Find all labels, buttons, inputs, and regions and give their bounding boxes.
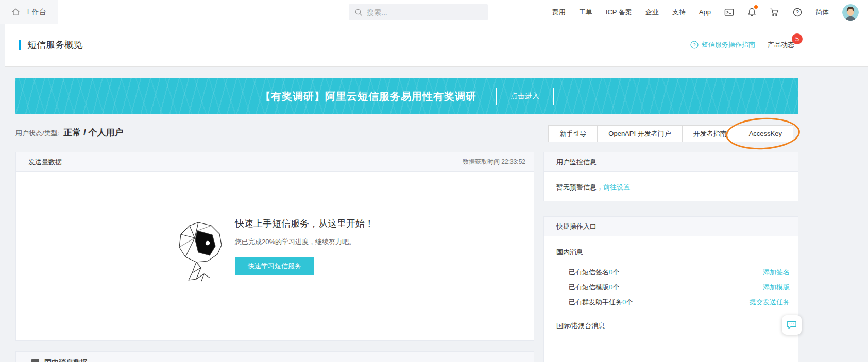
add-template-link[interactable]: 添加模版 <box>763 283 790 292</box>
sms-guide-link[interactable]: ? 短信服务操作指南 <box>690 40 755 49</box>
news-count-badge: 5 <box>792 33 803 44</box>
quick-actions-body: 国内消息 已有短信签名0个 添加签名 已有短信模版0个 添加模版 已有群发助手任… <box>544 236 798 331</box>
feedback-chat-button[interactable] <box>782 315 802 335</box>
user-avatar[interactable] <box>842 4 859 21</box>
go-to-settings-link[interactable]: 前往设置 <box>603 183 630 191</box>
accesskey-button[interactable]: AccessKey <box>738 125 793 142</box>
search-input[interactable] <box>367 8 475 16</box>
top-navigation-bar: 工作台 费用 工单 ICP 备案 企业 支持 App <box>0 0 868 24</box>
signature-count-text: 已有短信签名0个 <box>569 268 619 277</box>
banner-text: 【有奖调研】阿里云短信服务易用性有奖调研 <box>260 90 476 104</box>
domestic-data-card-header: 国内消息数据 <box>16 352 534 362</box>
svg-text:?: ? <box>796 9 799 15</box>
no-alert-text: 暂无预警信息， <box>556 183 603 191</box>
banner-enter-button[interactable]: 点击进入 <box>496 88 554 105</box>
signature-label: 已有短信签名 <box>569 268 609 276</box>
home-icon <box>11 8 20 16</box>
beginner-guide-button[interactable]: 新手引导 <box>548 125 598 142</box>
domestic-message-section-title: 国内消息 <box>556 248 790 257</box>
openapi-portal-button[interactable]: OpenAPI 开发者门户 <box>597 125 682 142</box>
onboarding-headline: 快速上手短信服务，从这里开始！ <box>235 217 374 230</box>
menu-item-tickets[interactable]: 工单 <box>579 8 592 17</box>
user-status-label: 用户状态/类型: <box>15 129 59 138</box>
quick-buttons-group: 新手引导 OpenAPI 开发者门户 开发者指南 AccessKey <box>549 125 793 142</box>
submit-send-task-link[interactable]: 提交发送任务 <box>750 298 790 307</box>
developer-guide-button[interactable]: 开发者指南 <box>682 125 738 142</box>
intl-message-section-title: 国际/港澳台消息 <box>556 321 790 331</box>
notification-dot <box>754 5 758 9</box>
top-menu: 费用 工单 ICP 备案 企业 支持 App <box>552 0 859 24</box>
learn-sms-button[interactable]: 快速学习短信服务 <box>235 257 314 275</box>
console-terminal-icon[interactable] <box>724 8 734 17</box>
global-search[interactable] <box>349 4 488 20</box>
chart-icon <box>31 359 39 362</box>
domestic-message-rows: 已有短信签名0个 添加签名 已有短信模版0个 添加模版 已有群发助手任务0个 提… <box>569 268 790 307</box>
data-fetch-time: 数据获取时间 22:33:52 <box>463 158 525 166</box>
batch-task-label: 已有群发助手任务 <box>569 298 622 306</box>
signature-row: 已有短信签名0个 添加签名 <box>569 268 790 277</box>
batch-task-row: 已有群发助手任务0个 提交发送任务 <box>569 298 790 307</box>
search-icon <box>354 8 363 16</box>
quick-actions-card-header: 快捷操作入口 <box>544 217 798 236</box>
header-links: ? 短信服务操作指南 产品动态 5 <box>690 40 794 49</box>
svg-text:?: ? <box>693 42 695 47</box>
domestic-data-card: 国内消息数据 <box>15 351 534 362</box>
robot-illustration <box>174 220 226 282</box>
question-circle-icon: ? <box>690 41 699 49</box>
quick-actions-card: 快捷操作入口 国内消息 已有短信签名0个 添加签名 已有短信模版0个 添加模版 … <box>543 216 798 362</box>
domestic-data-title: 国内消息数据 <box>44 358 88 362</box>
user-monitor-body: 暂无预警信息，前往设置 <box>544 172 798 203</box>
menu-item-enterprise[interactable]: 企业 <box>645 8 659 17</box>
signature-suffix: 个 <box>612 268 619 276</box>
template-row: 已有短信模版0个 添加模版 <box>569 283 790 292</box>
send-volume-card-header: 发送量数据 数据获取时间 22:33:52 <box>16 152 534 172</box>
user-monitor-card: 用户监控信息 暂无预警信息，前往设置 <box>543 152 798 201</box>
template-count-text: 已有短信模版0个 <box>569 283 619 292</box>
menu-item-icp[interactable]: ICP 备案 <box>606 8 632 17</box>
notification-bell-icon[interactable] <box>747 7 756 17</box>
product-news-link[interactable]: 产品动态 5 <box>768 40 794 49</box>
user-status-value: 正常 / 个人用户 <box>63 127 123 139</box>
user-monitor-title: 用户监控信息 <box>556 158 597 167</box>
cart-icon[interactable] <box>770 8 779 17</box>
workbench-label: 工作台 <box>25 8 46 17</box>
page-header: 短信服务概览 ? 短信服务操作指南 产品动态 5 <box>5 24 868 67</box>
template-label: 已有短信模版 <box>569 283 609 291</box>
add-signature-link[interactable]: 添加签名 <box>763 268 790 277</box>
quick-actions-title: 快捷操作入口 <box>556 222 597 231</box>
send-volume-title: 发送量数据 <box>28 158 62 167</box>
send-volume-card: 发送量数据 数据获取时间 22:33:52 快速上手短信服务，从这里开始！ 您已… <box>15 152 534 341</box>
user-monitor-card-header: 用户监控信息 <box>544 152 798 172</box>
locale-switcher[interactable]: 简体 <box>815 8 829 17</box>
menu-item-app[interactable]: App <box>699 8 711 16</box>
menu-item-support[interactable]: 支持 <box>672 8 686 17</box>
title-accent-bar <box>19 40 21 50</box>
batch-task-suffix: 个 <box>626 298 633 306</box>
survey-banner[interactable]: 【有奖调研】阿里云短信服务易用性有奖调研 点击进入 <box>15 78 798 114</box>
sms-guide-link-label: 短信服务操作指南 <box>702 40 755 49</box>
chat-bubble-icon <box>786 320 797 330</box>
user-status-row: 用户状态/类型: 正常 / 个人用户 <box>15 127 123 139</box>
onboarding-progress-text: 您已完成20%的学习进度，继续努力吧。 <box>235 237 355 247</box>
page-title: 短信服务概览 <box>19 39 83 51</box>
product-news-label: 产品动态 <box>768 41 794 48</box>
template-suffix: 个 <box>612 283 619 291</box>
workbench-button[interactable]: 工作台 <box>0 0 58 24</box>
help-icon[interactable]: ? <box>793 8 802 17</box>
page-title-text: 短信服务概览 <box>27 39 83 51</box>
menu-item-billing[interactable]: 费用 <box>552 8 566 17</box>
batch-task-count-text: 已有群发助手任务0个 <box>569 298 633 307</box>
